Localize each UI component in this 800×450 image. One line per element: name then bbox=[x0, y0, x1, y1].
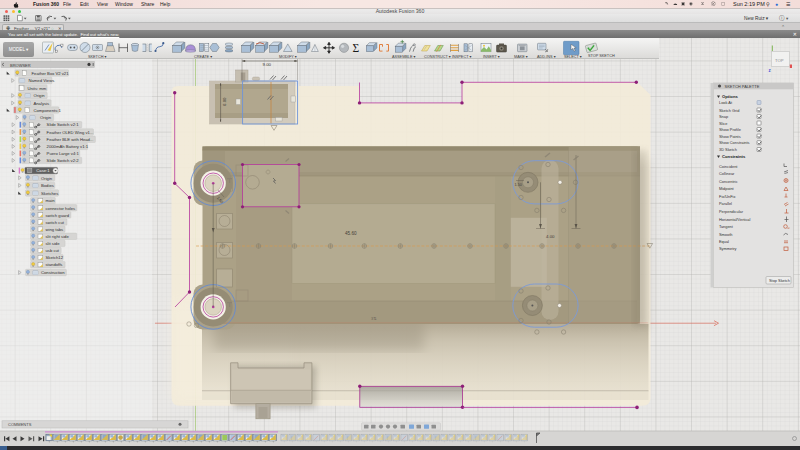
svg-text:BROWSER: BROWSER bbox=[10, 63, 31, 68]
svg-text:COMMENTS: COMMENTS bbox=[8, 422, 32, 427]
svg-text:3D Sketch: 3D Sketch bbox=[719, 147, 737, 152]
svg-text:Feather OLED Wing v1...: Feather OLED Wing v1... bbox=[47, 130, 94, 135]
svg-text:Tangent: Tangent bbox=[719, 224, 734, 229]
svg-text:Feather BLE with Head...: Feather BLE with Head... bbox=[47, 137, 94, 142]
svg-text:Case:1: Case:1 bbox=[36, 168, 50, 173]
svg-text:Coincident: Coincident bbox=[719, 164, 738, 169]
svg-text:Show Points: Show Points bbox=[719, 134, 741, 139]
svg-text:Collinear: Collinear bbox=[719, 171, 735, 176]
svg-text:connector holes: connector holes bbox=[46, 206, 76, 211]
svg-text:Slide Switch v2:1: Slide Switch v2:1 bbox=[47, 122, 80, 127]
svg-text:3⇅: 3⇅ bbox=[371, 316, 377, 321]
svg-text:Horizontal/Vertical: Horizontal/Vertical bbox=[719, 217, 750, 222]
svg-text:9.00: 9.00 bbox=[263, 62, 272, 67]
svg-text:Perpendicular: Perpendicular bbox=[719, 209, 744, 214]
svg-text:2000mAh Battery v1:1: 2000mAh Battery v1:1 bbox=[47, 144, 89, 149]
svg-text:Equal: Equal bbox=[719, 239, 729, 244]
svg-text:Slide Switch v2:2: Slide Switch v2:2 bbox=[47, 158, 80, 163]
svg-text:6.00: 6.00 bbox=[222, 97, 227, 106]
svg-text:Slice: Slice bbox=[719, 121, 727, 126]
svg-text:Options: Options bbox=[722, 94, 738, 99]
svg-text:Symmetry: Symmetry bbox=[719, 246, 737, 251]
svg-text:switch cut: switch cut bbox=[46, 220, 65, 225]
svg-text:Constraints: Constraints bbox=[722, 154, 746, 159]
svg-text:Units: mm: Units: mm bbox=[28, 86, 47, 91]
svg-text:Parallel: Parallel bbox=[719, 201, 732, 206]
svg-text:standoffs: standoffs bbox=[46, 262, 63, 267]
svg-text:main: main bbox=[46, 198, 56, 203]
svg-text:Show Profile: Show Profile bbox=[719, 127, 741, 132]
svg-text:Smooth: Smooth bbox=[719, 232, 732, 237]
svg-text:wing tabs: wing tabs bbox=[46, 227, 64, 232]
svg-text:Origin: Origin bbox=[41, 176, 53, 181]
svg-text:switch guard: switch guard bbox=[46, 213, 70, 218]
svg-text:Σ: Σ bbox=[353, 42, 360, 54]
svg-text:4.00: 4.00 bbox=[546, 234, 555, 239]
svg-text:Named Views: Named Views bbox=[29, 78, 55, 83]
svg-text:TOP: TOP bbox=[775, 58, 784, 63]
svg-text:Sketches: Sketches bbox=[41, 191, 58, 196]
svg-text:Bodies: Bodies bbox=[41, 183, 54, 188]
svg-text:Origin: Origin bbox=[40, 115, 52, 120]
svg-text:SKETCH PALETTE: SKETCH PALETTE bbox=[725, 84, 760, 89]
svg-text:Sketch Grid: Sketch Grid bbox=[719, 108, 739, 113]
svg-text:Feather Box V2 v21: Feather Box V2 v21 bbox=[32, 71, 70, 76]
svg-text:Origin: Origin bbox=[34, 93, 46, 98]
svg-text:Puero Large v4:1: Puero Large v4:1 bbox=[47, 151, 80, 156]
svg-text:Stop Sketch: Stop Sketch bbox=[769, 278, 790, 283]
svg-text:45.60: 45.60 bbox=[345, 231, 357, 236]
svg-text:Sketch12: Sketch12 bbox=[46, 255, 64, 260]
svg-text:slit right side: slit right side bbox=[46, 234, 70, 239]
svg-text:Construction: Construction bbox=[41, 270, 65, 275]
svg-text:Components:1: Components:1 bbox=[34, 108, 62, 113]
svg-text:Midpoint: Midpoint bbox=[719, 186, 735, 191]
svg-text:Analysis: Analysis bbox=[34, 101, 50, 106]
svg-text:usb cut: usb cut bbox=[46, 248, 60, 253]
svg-text:1.50: 1.50 bbox=[515, 183, 522, 187]
svg-text:Concentric: Concentric bbox=[719, 179, 738, 184]
svg-text:Snap: Snap bbox=[719, 114, 728, 119]
svg-text:Look At: Look At bbox=[719, 100, 733, 105]
svg-text:Fix/UnFix: Fix/UnFix bbox=[719, 194, 735, 199]
svg-text:Show Constraints: Show Constraints bbox=[719, 140, 750, 145]
svg-text:slit side: slit side bbox=[46, 241, 61, 246]
